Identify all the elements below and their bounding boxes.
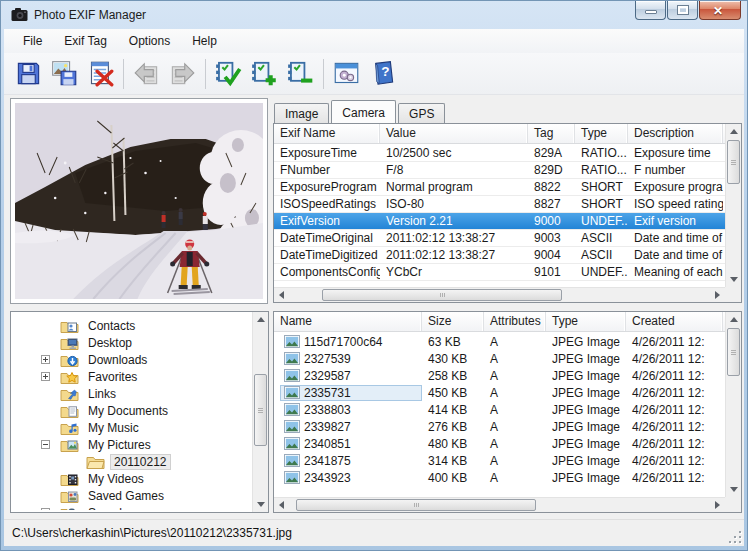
menu-options[interactable]: Options [118, 31, 181, 51]
save-exif-button[interactable] [12, 58, 44, 90]
tree-item-contacts[interactable]: Contacts [11, 317, 252, 334]
maximize-icon [678, 6, 688, 14]
tree-item-my-videos[interactable]: My Videos [11, 470, 252, 487]
close-button[interactable]: ✕ [699, 1, 741, 20]
exif-vertical-scrollbar[interactable] [725, 124, 741, 287]
app-window: Photo EXIF Manager ✕ FileExif TagOptions… [0, 0, 748, 551]
scrollbar-thumb[interactable] [727, 140, 740, 184]
file-column-header[interactable]: Attributes [484, 312, 546, 331]
tree-item-20110212[interactable]: 20110212 [11, 453, 252, 470]
file-row[interactable]: 115d71700c6463 KBAJPEG Image4/26/2011 12… [274, 333, 725, 350]
file-cell: 314 KB [422, 454, 484, 468]
jpeg-file-icon [284, 352, 300, 365]
tab-gps[interactable]: GPS [398, 103, 445, 123]
toolbar-separator [205, 59, 206, 89]
file-column-header[interactable]: Created [626, 312, 723, 331]
exif-column-header[interactable]: Description [628, 124, 723, 143]
file-row[interactable]: 2338803414 KBAJPEG Image4/26/2011 12: [274, 401, 725, 418]
resize-grip-icon[interactable] [728, 530, 741, 543]
exif-cell: UNDEF... [575, 264, 628, 280]
scrollbar-thumb[interactable] [727, 328, 740, 376]
tree-item-saved-games[interactable]: Saved Games [11, 487, 252, 504]
exif-table-row[interactable]: DateTimeOriginal2011:02:12 13:38:279003A… [274, 230, 725, 247]
exif-table-row[interactable]: ISOSpeedRatingsISO-808827SHORTISO speed … [274, 196, 725, 213]
title-bar[interactable]: Photo EXIF Manager ✕ [1, 1, 747, 29]
file-row[interactable]: 2327539430 KBAJPEG Image4/26/2011 12: [274, 350, 725, 367]
scroll-up-icon[interactable] [726, 312, 741, 327]
menu-bar: FileExif TagOptionsHelp [4, 29, 744, 53]
file-row[interactable]: 2339827276 KBAJPEG Image4/26/2011 12: [274, 418, 725, 435]
help-button[interactable]: ? [366, 58, 398, 90]
exif-column-header[interactable]: Exif Name [274, 124, 380, 143]
tree-item-favorites[interactable]: Favorites [11, 368, 252, 385]
exif-table-row[interactable]: FNumberF/8829DRATIO...F number [274, 162, 725, 179]
file-name-cell: 2339827 [274, 419, 422, 435]
exif-table-row[interactable]: ExposureProgramNormal program8822SHORTEx… [274, 179, 725, 196]
file-row[interactable]: 2340851480 KBAJPEG Image4/26/2011 12: [274, 435, 725, 452]
scrollbar-thumb[interactable] [254, 374, 267, 446]
tree-item-links[interactable]: Links [11, 385, 252, 402]
file-name-cell: 2343923 [274, 470, 422, 486]
exif-table-row[interactable]: DateTimeDigitized2011:02:12 13:38:279004… [274, 247, 725, 264]
files-horizontal-scrollbar[interactable] [274, 497, 725, 512]
menu-help[interactable]: Help [181, 31, 228, 51]
exif-column-header[interactable]: Value [380, 124, 528, 143]
file-column-header[interactable]: Size [422, 312, 484, 331]
options-window-button[interactable] [330, 58, 362, 90]
maximize-button[interactable] [667, 1, 698, 20]
scrollbar-thumb[interactable] [296, 499, 536, 511]
tree-vertical-scrollbar[interactable] [252, 312, 268, 512]
menu-exif-tag[interactable]: Exif Tag [53, 31, 117, 51]
file-cell: A [484, 471, 546, 485]
exif-cell: YCbCr [380, 264, 528, 280]
collapse-icon[interactable] [41, 440, 50, 449]
file-row[interactable]: 2343923400 KBAJPEG Image4/26/2011 12: [274, 469, 725, 486]
tree-item-my-music[interactable]: My Music [11, 419, 252, 436]
scroll-down-icon[interactable] [726, 272, 741, 287]
file-row[interactable]: 2335731450 KBAJPEG Image4/26/2011 12: [274, 384, 725, 401]
file-row[interactable]: 2341875314 KBAJPEG Image4/26/2011 12: [274, 452, 725, 469]
tree-item-my-pictures[interactable]: My Pictures [11, 436, 252, 453]
exif-column-header[interactable]: Type [575, 124, 628, 143]
tree-item-desktop[interactable]: Desktop [11, 334, 252, 351]
scrollbar-thumb[interactable] [322, 289, 562, 301]
exif-table-row[interactable]: ComponentsConfig...YCbCr9101UNDEF...Mean… [274, 264, 725, 281]
save-image-button[interactable] [48, 58, 80, 90]
file-column-header[interactable]: Type [546, 312, 626, 331]
scroll-up-icon[interactable] [253, 312, 268, 327]
file-name-cell: 2335731 [274, 385, 422, 401]
tree-item-my-documents[interactable]: My Documents [11, 402, 252, 419]
expand-icon[interactable] [41, 508, 50, 510]
file-row[interactable]: 2329587258 KBAJPEG Image4/26/2011 12: [274, 367, 725, 384]
delete-exif-button[interactable] [84, 58, 116, 90]
exif-table-row[interactable]: ExposureTime10/2500 sec829ARATIO...Expos… [274, 145, 725, 162]
exif-cell: ASCII [575, 230, 628, 246]
scroll-right-icon[interactable] [710, 288, 725, 302]
expand-icon[interactable] [41, 372, 50, 381]
minimize-button[interactable] [635, 1, 666, 20]
expand-icon[interactable] [41, 355, 50, 364]
tree-item-searches[interactable]: Searches [11, 504, 252, 510]
exif-table-row[interactable]: ExifVersionVersion 2.219000UNDEF...Exif … [274, 213, 725, 230]
add-exif-tag-button[interactable] [248, 58, 280, 90]
menu-file[interactable]: File [12, 31, 53, 51]
scroll-right-icon[interactable] [710, 498, 725, 512]
tree-item-label: Saved Games [84, 488, 168, 504]
scroll-left-icon[interactable] [274, 288, 289, 302]
tab-image[interactable]: Image [274, 103, 329, 123]
next-image-icon [169, 60, 196, 87]
scroll-down-icon[interactable] [726, 482, 741, 497]
file-column-header[interactable]: Name [274, 312, 422, 331]
exif-column-header[interactable]: Tag [528, 124, 575, 143]
remove-exif-tag-button[interactable] [284, 58, 316, 90]
tree-item-downloads[interactable]: Downloads [11, 351, 252, 368]
files-vertical-scrollbar[interactable] [725, 312, 741, 497]
scroll-up-icon[interactable] [726, 124, 741, 139]
save-exif-icon [15, 60, 42, 87]
validate-exif-tags-button[interactable] [212, 58, 244, 90]
tab-camera[interactable]: Camera [331, 100, 396, 123]
scroll-left-icon[interactable] [274, 498, 289, 512]
exif-horizontal-scrollbar[interactable] [274, 287, 725, 302]
folder-tree: ContactsDesktopDownloadsFavoritesLinksMy… [11, 312, 252, 510]
scroll-down-icon[interactable] [253, 497, 268, 512]
